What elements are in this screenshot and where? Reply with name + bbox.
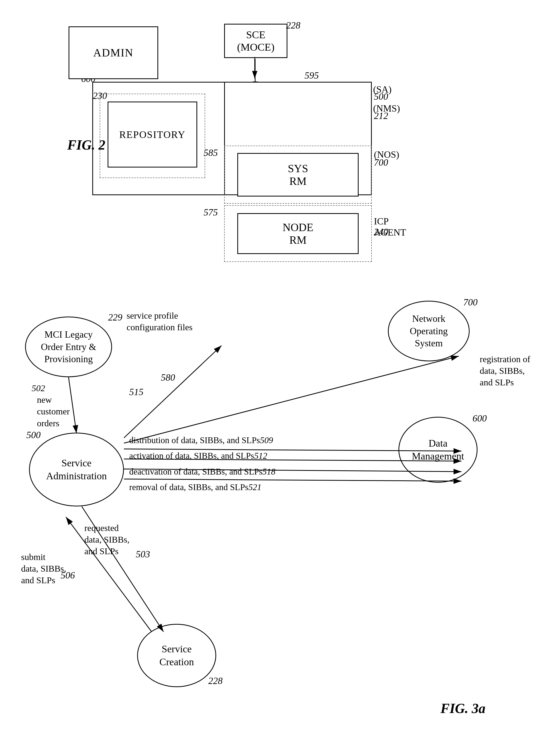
sysrm-label: SYS RM — [288, 162, 308, 187]
nos-ellipse: Network Operating System — [388, 301, 469, 361]
label-503: 503 — [136, 549, 150, 560]
label-595: 595 — [304, 70, 319, 81]
icp-num: 240 — [374, 226, 388, 237]
registration-label: registration of data, SIBBs, and SLPs — [480, 354, 530, 388]
label-575: 575 — [204, 207, 218, 218]
noderm-box: NODE RM — [237, 213, 358, 254]
new-customer-orders-label: 502 new customer orders — [32, 382, 70, 429]
label-600: 600 — [473, 413, 487, 424]
registration-text: registration of data, SIBBs, and SLPs — [480, 354, 530, 387]
dist-num: 509 — [260, 433, 273, 448]
label-502: 502 — [32, 383, 45, 393]
submit-text: submit data, SIBBs, and SLPs — [21, 552, 66, 585]
admin-box: ADMIN — [68, 26, 158, 79]
page: SCE (MOCE) 228 595 (DM) 600 230 REPOSITO… — [0, 0, 554, 756]
label-229: 229 — [108, 312, 122, 323]
distribution-text: distribution of data, SIBBs, and SLPs — [129, 435, 260, 445]
sysrm-box: SYS RM — [237, 153, 358, 197]
act-num: 512 — [254, 448, 267, 464]
nos-label-3a: Network Operating System — [410, 313, 448, 349]
sce-label: SCE (MOCE) — [237, 29, 275, 53]
removal-text: removal of data, SIBBs, and SLPs — [129, 482, 248, 492]
fig2-diagram: SCE (MOCE) 228 595 (DM) 600 230 REPOSITO… — [53, 16, 422, 253]
label-585: 585 — [204, 147, 218, 158]
submit-label: submit data, SIBBs, and SLPs — [21, 551, 66, 586]
noderm-label: NODE RM — [283, 221, 314, 247]
repository-box: REPOSITORY — [108, 102, 197, 167]
service-creation-label: Service Creation — [160, 643, 194, 669]
nms-num: 212 — [374, 110, 388, 121]
requested-text: requested data, SIBBs, and SLPs — [85, 523, 129, 556]
admin-label: ADMIN — [93, 46, 133, 59]
activation-text: activation of data, SIBBs, and SLPs — [129, 451, 254, 461]
service-profile-label: service profile configuration files — [126, 310, 192, 333]
fig3a-title: FIG. 3a — [441, 701, 486, 716]
mci-legacy-label: MCI Legacy Order Entry & Provisioning — [41, 328, 96, 365]
service-profile-text: service profile configuration files — [126, 311, 192, 332]
nos-num: 700 — [374, 157, 388, 168]
sa-num: 500 — [374, 91, 388, 102]
service-creation-ellipse: Service Creation — [137, 624, 216, 687]
requested-label: requested data, SIBBs, and SLPs — [85, 522, 129, 557]
fig3a-diagram: MCI Legacy Order Entry & Provisioning 22… — [0, 269, 554, 744]
deact-num: 518 — [262, 464, 276, 480]
rem-num: 521 — [248, 480, 262, 495]
deactivation-text: deactivation of data, SIBBs, and SLPs — [129, 467, 262, 476]
service-admin-ellipse: Service Administration — [29, 433, 124, 506]
data-mgmt-ellipse: Data Management — [398, 417, 478, 483]
label-228: 228 — [286, 20, 300, 31]
label-580: 580 — [161, 372, 175, 383]
label-700: 700 — [463, 297, 478, 308]
mci-legacy-ellipse: MCI Legacy Order Entry & Provisioning — [25, 317, 112, 377]
new-customer-text: new customer orders — [37, 394, 70, 429]
label-515: 515 — [129, 386, 144, 397]
label-500: 500 — [26, 429, 41, 440]
arrows-labels: distribution of data, SIBBs, and SLPs 50… — [129, 433, 262, 495]
label-228-3a: 228 — [208, 675, 223, 686]
data-mgmt-label: Data Management — [412, 437, 464, 463]
arrow-sce-down — [255, 59, 256, 82]
service-admin-label: Service Administration — [46, 456, 107, 483]
sce-box: SCE (MOCE) — [224, 24, 287, 58]
fig2-title: FIG. 2 — [67, 137, 105, 153]
label-506: 506 — [61, 570, 75, 581]
repository-label: REPOSITORY — [119, 129, 186, 140]
